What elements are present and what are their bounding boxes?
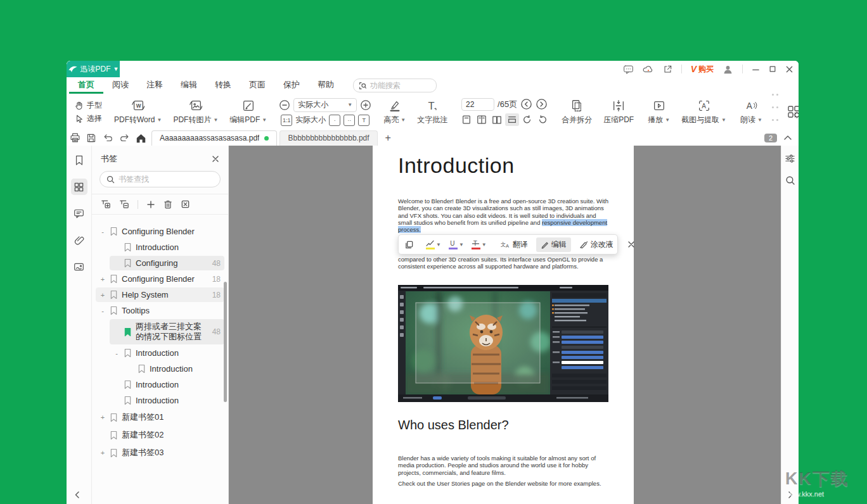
menu-tab-6[interactable]: 保护	[274, 77, 309, 94]
app-menu-button[interactable]: 迅读PDF ▼	[67, 61, 120, 77]
tree-toggle-icon[interactable]: -	[100, 228, 106, 236]
undo-icon[interactable]	[100, 131, 116, 145]
add-bookmark-icon[interactable]	[146, 200, 155, 209]
bookmark-search-input[interactable]: 书签查找	[100, 171, 221, 187]
open-external-icon[interactable]	[663, 65, 672, 74]
comments-rail-icon[interactable]	[71, 205, 87, 222]
edit-pdf-button[interactable]: 编辑PDF▼	[224, 94, 273, 130]
tree-toggle-icon[interactable]: +	[100, 449, 106, 457]
new-tab-button[interactable]: +	[378, 132, 399, 144]
attachments-rail-icon[interactable]	[71, 232, 87, 248]
bookmark-tree-item-4[interactable]: +Help System18	[96, 287, 224, 302]
actual-size-icon[interactable]: 1:1	[281, 115, 292, 126]
delete-all-bookmarks-icon[interactable]	[181, 199, 190, 209]
menu-tab-5[interactable]: 页面	[240, 77, 274, 94]
highlight-pen-button[interactable]: ▼	[423, 239, 443, 251]
copy-icon[interactable]	[402, 239, 416, 251]
text-annotation-button[interactable]: T 文字批注	[411, 94, 453, 130]
page-search-icon[interactable]	[785, 175, 795, 186]
play-button[interactable]: 播放▼	[642, 94, 676, 130]
single-page-view-icon[interactable]	[459, 113, 473, 126]
hand-tool-button[interactable]: 手型	[74, 100, 102, 111]
fit-text-icon[interactable]: T	[358, 115, 369, 126]
tree-toggle-icon[interactable]: -	[113, 350, 120, 357]
bookmark-tree-item-1[interactable]: Introduction	[110, 240, 224, 255]
view-filter-icon[interactable]	[785, 153, 795, 164]
signature-rail-icon[interactable]	[71, 258, 87, 275]
prev-page-icon[interactable]	[520, 98, 532, 110]
correction-fluid-button[interactable]: 涂改液	[575, 237, 618, 252]
collapse-toolbar-icon[interactable]	[783, 135, 792, 141]
delete-bookmark-icon[interactable]	[164, 199, 172, 209]
toolbar-drag-handle[interactable]	[772, 94, 779, 130]
select-tool-button[interactable]: 选择	[74, 113, 102, 124]
bookmark-tree-item-9[interactable]: Introduction	[110, 377, 224, 392]
home-icon[interactable]	[132, 131, 149, 145]
feature-search-input[interactable]: 功能搜索	[353, 79, 437, 92]
menu-tab-0[interactable]: 首页	[69, 77, 103, 94]
highlight-button[interactable]: 高亮▼	[378, 94, 411, 130]
maximize-button[interactable]	[769, 65, 776, 73]
close-button[interactable]	[785, 65, 793, 73]
pdf-to-image-button[interactable]: PDF转图片▼	[167, 94, 224, 130]
bookmark-tree-item-3[interactable]: +Configuring Blender18	[96, 272, 224, 286]
menu-tab-3[interactable]: 编辑	[172, 77, 206, 94]
menu-tab-2[interactable]: 注释	[138, 77, 172, 94]
rotate-ccw-icon[interactable]	[536, 113, 549, 126]
bookmark-tree-item-5[interactable]: -Tooltips	[96, 303, 224, 318]
read-aloud-button[interactable]: A 朗读▼	[735, 94, 768, 130]
zoom-out-icon[interactable]	[279, 99, 290, 111]
tree-toggle-icon[interactable]: -	[100, 307, 106, 315]
edit-button[interactable]: 编辑	[536, 237, 571, 252]
print-icon[interactable]	[67, 131, 83, 145]
translate-button[interactable]: 文A 翻译	[496, 237, 532, 252]
save-icon[interactable]	[83, 131, 100, 145]
expand-all-icon[interactable]	[101, 199, 111, 209]
fit-width-icon[interactable]: ··	[344, 115, 355, 126]
bookmark-tree-item-12[interactable]: 新建书签02	[96, 427, 224, 443]
two-page-view-icon[interactable]	[475, 113, 489, 126]
capture-extract-button[interactable]: A 截图与提取▼	[676, 94, 732, 130]
tree-toggle-icon[interactable]: +	[100, 291, 106, 299]
bookmark-tree-item-8[interactable]: Introduction	[124, 362, 224, 376]
redo-icon[interactable]	[116, 131, 132, 145]
compress-pdf-button[interactable]: 压缩PDF	[598, 94, 639, 130]
user-avatar[interactable]	[722, 64, 733, 75]
fit-page-icon[interactable]: ·	[329, 115, 340, 126]
rotate-cw-icon[interactable]	[520, 113, 534, 126]
merge-split-button[interactable]: 合并拆分	[556, 94, 598, 130]
bookmark-tree-item-11[interactable]: +新建书签01	[96, 409, 224, 425]
collapse-all-icon[interactable]	[119, 199, 129, 209]
underline-pen-button[interactable]: U ▼	[447, 239, 466, 251]
minimize-button[interactable]	[752, 65, 760, 73]
bookmark-tree-item-2[interactable]: Configuring48	[110, 256, 224, 270]
page-number-input[interactable]: 22	[461, 98, 494, 111]
thumbnails-rail-icon[interactable]	[71, 179, 87, 195]
bookmark-tree-item-0[interactable]: -Configuring Blender	[96, 224, 224, 239]
menu-tab-1[interactable]: 阅读	[103, 77, 138, 94]
book-view-icon[interactable]	[490, 113, 504, 126]
menu-tab-7[interactable]: 帮助	[309, 77, 343, 94]
zoom-in-icon[interactable]	[360, 99, 371, 111]
feedback-icon[interactable]	[623, 65, 634, 74]
bookmark-tree-item-7[interactable]: -Introduction	[110, 346, 224, 360]
close-popup-icon[interactable]	[626, 239, 637, 249]
bookmark-tree-item-10[interactable]: Introduction	[110, 393, 224, 408]
collapse-left-panel-icon[interactable]	[74, 491, 80, 499]
document-tab-active[interactable]: Aaaaaaaaaassasasasasa.pdf	[151, 130, 277, 146]
tree-toggle-icon[interactable]: +	[100, 275, 106, 283]
continuous-scroll-icon[interactable]	[505, 113, 519, 126]
bookmark-tree-item-13[interactable]: +新建书签03	[96, 444, 224, 461]
document-tab-inactive[interactable]: Bbbbbbbbbbbbbbbb.pdf	[279, 130, 377, 146]
tree-toggle-icon[interactable]: +	[100, 413, 106, 421]
bookmarks-rail-icon[interactable]	[71, 152, 87, 168]
strikeout-pen-button[interactable]: T ▼	[470, 239, 489, 251]
next-page-icon[interactable]	[536, 98, 548, 110]
sidebar-scrollbar[interactable]	[224, 282, 227, 402]
menu-tab-4[interactable]: 转换	[206, 77, 240, 94]
buy-vip-button[interactable]: V 购买	[691, 64, 714, 75]
cloud-icon[interactable]	[643, 65, 654, 73]
pdf-to-word-button[interactable]: W PDF转Word▼	[108, 94, 167, 130]
zoom-level-select[interactable]: 实际大小▼	[293, 98, 357, 112]
close-panel-icon[interactable]	[212, 155, 219, 163]
